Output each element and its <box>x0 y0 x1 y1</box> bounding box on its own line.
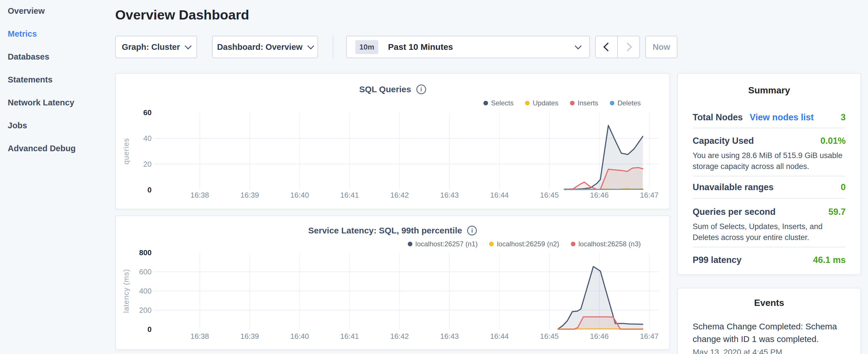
summary-row-p99: P99 latency 46.1 ms <box>693 255 846 265</box>
svg-text:16:38: 16:38 <box>190 191 209 199</box>
event-item-timestamp: May 13, 2020 at 4:45 PM <box>693 348 846 354</box>
svg-text:16:39: 16:39 <box>241 191 259 199</box>
events-panel: Events Schema Change Completed: Schema c… <box>677 288 861 354</box>
svg-text:16:40: 16:40 <box>290 191 309 199</box>
app-canvas: Overview Metrics Databases Statements Ne… <box>0 0 868 354</box>
dashboard-dropdown[interactable]: Dashboard: Overview <box>212 36 318 58</box>
chevron-down-icon <box>307 42 314 49</box>
svg-text:16:42: 16:42 <box>390 191 409 199</box>
summary-title: Summary <box>678 85 861 96</box>
graph-dropdown-label: Graph: Cluster <box>122 42 180 52</box>
capacity-subtext: You are using 28.6 MiB of 515.9 GiB usab… <box>693 150 846 172</box>
sidebar-item-databases[interactable]: Databases <box>0 45 109 68</box>
dashboard-dropdown-label: Dashboard: Overview <box>217 42 302 52</box>
svg-text:800: 800 <box>139 248 152 257</box>
svg-text:200: 200 <box>139 306 152 315</box>
time-step-forward-button[interactable] <box>617 36 639 58</box>
svg-text:16:38: 16:38 <box>190 332 209 341</box>
graph-dropdown[interactable]: Graph: Cluster <box>115 36 197 58</box>
sql-queries-chart-card: SQL Queries i SelectsUpdatesInsertsDelet… <box>115 73 670 210</box>
page-title: Overview Dashboard <box>115 7 249 23</box>
sidebar-item-network-latency[interactable]: Network Latency <box>0 91 109 114</box>
svg-text:20: 20 <box>143 160 152 168</box>
summary-row-unavailable: Unavailable ranges 0 <box>693 182 846 192</box>
chevron-down-icon <box>185 42 191 49</box>
divider <box>693 176 846 176</box>
chevron-right-icon <box>623 42 632 51</box>
time-window-badge: 10m <box>355 40 378 54</box>
time-range-dropdown[interactable]: 10m Past 10 Minutes <box>346 36 590 58</box>
sidebar-item-advanced-debug[interactable]: Advanced Debug <box>0 137 109 160</box>
event-item-message[interactable]: Schema Change Completed: Schema change w… <box>693 320 846 345</box>
summary-row-qps: Queries per second 59.7 <box>693 207 846 217</box>
svg-text:16:41: 16:41 <box>340 191 359 199</box>
now-button[interactable]: Now <box>645 36 677 58</box>
svg-text:16:44: 16:44 <box>490 191 509 199</box>
time-step-buttons <box>595 36 640 58</box>
svg-text:16:46: 16:46 <box>590 191 609 199</box>
time-step-back-button[interactable] <box>596 36 617 58</box>
sidebar: Overview Metrics Databases Statements Ne… <box>0 0 109 160</box>
qps-subtext: Sum of Selects, Updates, Inserts, and De… <box>693 221 846 243</box>
svg-text:16:40: 16:40 <box>290 332 309 341</box>
chevron-left-icon <box>603 42 612 51</box>
sidebar-item-statements[interactable]: Statements <box>0 68 109 91</box>
view-nodes-list-link[interactable]: View nodes list <box>750 112 813 123</box>
svg-text:400: 400 <box>139 287 152 295</box>
svg-text:16:43: 16:43 <box>440 191 459 199</box>
svg-text:16:43: 16:43 <box>440 332 459 341</box>
sidebar-item-jobs[interactable]: Jobs <box>0 114 109 137</box>
summary-row-capacity: Capacity Used 0.01% <box>693 136 846 146</box>
unavailable-ranges-label: Unavailable ranges <box>693 182 774 192</box>
svg-text:16:45: 16:45 <box>540 191 559 199</box>
svg-text:0: 0 <box>148 325 152 334</box>
svg-text:16:42: 16:42 <box>390 332 409 341</box>
capacity-label: Capacity Used <box>693 136 754 146</box>
total-nodes-label: Total Nodes <box>693 112 743 123</box>
svg-text:16:44: 16:44 <box>490 332 509 341</box>
svg-text:16:47: 16:47 <box>640 191 658 199</box>
divider <box>693 128 846 128</box>
capacity-value: 0.01% <box>820 136 846 146</box>
summary-row-total-nodes: Total Nodes View nodes list 3 <box>693 112 846 123</box>
qps-value: 59.7 <box>829 207 846 217</box>
total-nodes-value: 3 <box>841 112 846 123</box>
svg-text:16:45: 16:45 <box>540 332 559 341</box>
svg-text:latency (ms): latency (ms) <box>122 269 130 313</box>
controls-divider <box>333 36 333 58</box>
sidebar-item-overview[interactable]: Overview <box>0 0 109 22</box>
sidebar-item-metrics[interactable]: Metrics <box>0 22 109 45</box>
svg-text:0: 0 <box>148 186 152 194</box>
svg-text:16:39: 16:39 <box>241 332 259 341</box>
svg-text:60: 60 <box>143 108 152 117</box>
unavailable-ranges-value: 0 <box>841 182 846 192</box>
svg-text:16:47: 16:47 <box>640 332 658 341</box>
divider <box>693 247 846 248</box>
p99-latency-label: P99 latency <box>693 255 742 265</box>
p99-latency-value: 46.1 ms <box>813 255 846 265</box>
svg-text:40: 40 <box>143 134 152 142</box>
svg-text:600: 600 <box>139 267 152 276</box>
divider <box>693 198 846 199</box>
qps-label: Queries per second <box>693 207 775 217</box>
now-button-label: Now <box>652 42 670 52</box>
events-title: Events <box>678 297 861 308</box>
time-window-label: Past 10 Minutes <box>388 42 453 52</box>
svg-text:16:41: 16:41 <box>340 332 359 341</box>
svg-text:queries: queries <box>122 138 130 164</box>
service-latency-chart-card: Service Latency: SQL, 99th percentile i … <box>115 215 670 350</box>
svg-text:16:46: 16:46 <box>590 332 609 341</box>
summary-panel: Summary Total Nodes View nodes list 3 Ca… <box>677 73 861 275</box>
chevron-down-icon <box>575 42 582 49</box>
